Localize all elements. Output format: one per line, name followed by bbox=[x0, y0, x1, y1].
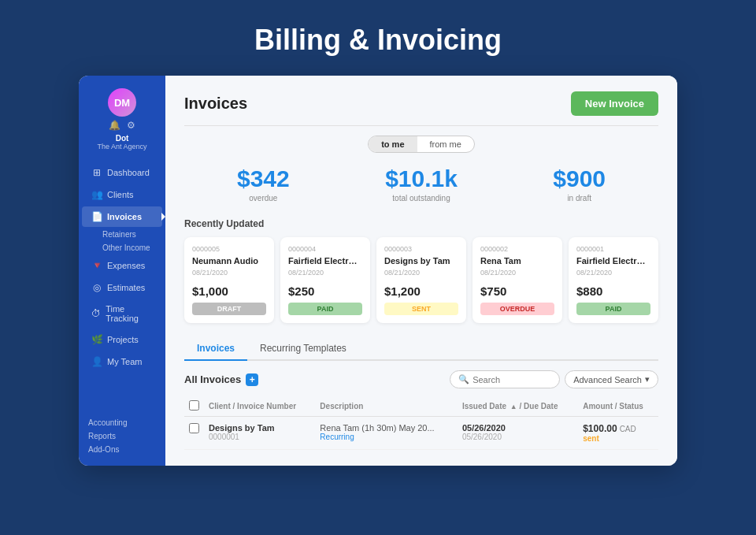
card-date: 08/21/2020 bbox=[384, 269, 458, 277]
invoices-icon: 📄 bbox=[91, 211, 102, 222]
sidebar-item-label: Dashboard bbox=[107, 168, 150, 177]
sidebar-item-time-tracking[interactable]: ⏱ Time Tracking bbox=[82, 299, 162, 328]
card-date: 08/21/2020 bbox=[192, 269, 266, 277]
col-client: Client / Invoice Number bbox=[204, 396, 315, 417]
my-team-icon: 👤 bbox=[91, 356, 102, 367]
sidebar-item-estimates[interactable]: ◎ Estimates bbox=[82, 277, 162, 298]
card-number: 0000005 bbox=[192, 245, 266, 253]
table-row[interactable]: Designs by Tam 0000001 Rena Tam (1h 30m)… bbox=[184, 417, 658, 450]
sidebar-item-my-team[interactable]: 👤 My Team bbox=[82, 351, 162, 372]
card-status: SENT bbox=[384, 303, 458, 315]
sidebar-item-accounting[interactable]: Accounting bbox=[88, 416, 156, 429]
sidebar-sub-retainers[interactable]: Retainers bbox=[79, 228, 165, 241]
row-client-name: Designs by Tam bbox=[209, 423, 310, 433]
toggle-from-me[interactable]: from me bbox=[417, 136, 474, 152]
sidebar-item-label: Projects bbox=[107, 335, 139, 344]
toggle-to-me[interactable]: to me bbox=[369, 136, 417, 152]
card-client: Fairfield Electronics bbox=[288, 256, 362, 266]
clients-icon: 👥 bbox=[91, 189, 102, 200]
card-amount: $1,200 bbox=[384, 284, 458, 298]
row-amount: $100.00 CAD bbox=[583, 423, 654, 434]
stat-outstanding-value: $10.1k bbox=[385, 165, 458, 192]
stat-draft-value: $900 bbox=[553, 165, 606, 192]
sidebar-item-label: My Team bbox=[107, 357, 142, 366]
projects-icon: 🌿 bbox=[91, 334, 102, 345]
sidebar-item-label: Expenses bbox=[107, 261, 145, 270]
agency-name: The Ant Agency bbox=[97, 143, 146, 150]
row-checkbox[interactable] bbox=[189, 423, 199, 433]
advanced-search-button[interactable]: Advanced Search ▾ bbox=[565, 370, 658, 388]
expenses-icon: 🔻 bbox=[91, 260, 102, 271]
sidebar-item-expenses[interactable]: 🔻 Expenses bbox=[82, 255, 162, 276]
estimates-icon: ◎ bbox=[91, 282, 102, 293]
card-number: 0000003 bbox=[384, 245, 458, 253]
invoice-card-3[interactable]: 0000002 Rena Tam 08/21/2020 $750 OVERDUE bbox=[472, 237, 562, 323]
invoice-card-1[interactable]: 0000004 Fairfield Electronics 08/21/2020… bbox=[280, 237, 370, 323]
col-description: Description bbox=[315, 396, 458, 417]
card-status: PAID bbox=[576, 303, 650, 315]
stat-outstanding-label: total outstanding bbox=[392, 194, 450, 202]
issued-date-label: Issued Date bbox=[462, 402, 506, 411]
new-invoice-button[interactable]: New Invoice bbox=[571, 91, 658, 116]
col-issued-date[interactable]: Issued Date ▲ / Due Date bbox=[458, 396, 578, 417]
card-status: OVERDUE bbox=[480, 303, 554, 315]
sidebar-item-reports[interactable]: Reports bbox=[88, 429, 156, 443]
bell-icon[interactable]: 🔔 bbox=[109, 120, 120, 131]
invoice-card-4[interactable]: 0000001 Fairfield Electronics 08/21/2020… bbox=[569, 237, 658, 323]
card-amount: $250 bbox=[288, 284, 362, 298]
card-client: Neumann Audio bbox=[192, 256, 266, 266]
card-client: Designs by Tam bbox=[384, 256, 458, 266]
card-date: 08/21/2020 bbox=[480, 269, 554, 277]
row-issued-date: 05/26/2020 bbox=[462, 423, 573, 433]
row-due-date: 05/26/2020 bbox=[462, 433, 573, 441]
invoice-card-0[interactable]: 0000005 Neumann Audio 08/21/2020 $1,000 … bbox=[184, 237, 274, 323]
sidebar: DM 🔔 ⚙ Dot The Ant Agency ⊞ Dashboard 👥 … bbox=[79, 76, 165, 466]
sidebar-item-label: Invoices bbox=[107, 212, 142, 221]
toggle-tabs: to me from me bbox=[184, 136, 658, 153]
search-input[interactable] bbox=[472, 375, 551, 385]
card-date: 08/21/2020 bbox=[576, 269, 650, 277]
card-number: 0000001 bbox=[576, 245, 650, 253]
sidebar-item-add-ons[interactable]: Add-Ons bbox=[88, 443, 156, 456]
all-invoices-title: All Invoices + bbox=[184, 373, 258, 386]
col-amount-status: Amount / Status bbox=[578, 396, 658, 417]
sidebar-nav: ⊞ Dashboard 👥 Clients 📄 Invoices Retaine… bbox=[79, 162, 165, 373]
card-number: 0000004 bbox=[288, 245, 362, 253]
card-status: DRAFT bbox=[192, 303, 266, 315]
gear-icon[interactable]: ⚙ bbox=[127, 120, 135, 131]
stat-outstanding: $10.1k total outstanding bbox=[343, 165, 501, 202]
card-amount: $750 bbox=[480, 284, 554, 298]
add-invoice-icon[interactable]: + bbox=[246, 373, 258, 386]
search-input-wrap: 🔍 bbox=[450, 370, 560, 388]
sidebar-item-label: Clients bbox=[107, 190, 134, 199]
stat-overdue-label: overdue bbox=[249, 194, 277, 202]
sort-icon: ▲ bbox=[510, 403, 517, 411]
sidebar-item-invoices[interactable]: 📄 Invoices bbox=[82, 206, 162, 227]
tab-recurring[interactable]: Recurring Templates bbox=[247, 337, 359, 361]
user-name: Dot bbox=[116, 134, 129, 143]
stat-draft-label: in draft bbox=[567, 194, 591, 202]
search-row: 🔍 Advanced Search ▾ bbox=[450, 370, 658, 388]
row-currency: CAD bbox=[620, 425, 636, 433]
bottom-tabs: Invoices Recurring Templates bbox=[184, 337, 658, 361]
card-amount: $1,000 bbox=[192, 284, 266, 298]
dashboard-icon: ⊞ bbox=[91, 167, 102, 178]
row-status: sent bbox=[583, 434, 654, 443]
all-invoices-label: All Invoices bbox=[184, 373, 241, 385]
sidebar-item-dashboard[interactable]: ⊞ Dashboard bbox=[82, 162, 162, 183]
row-description: Rena Tam (1h 30m) May 20... bbox=[320, 423, 453, 433]
card-number: 0000002 bbox=[480, 245, 554, 253]
recently-updated-label: Recently Updated bbox=[184, 218, 658, 229]
sidebar-item-label: Time Tracking bbox=[106, 304, 153, 323]
advanced-search-label: Advanced Search bbox=[573, 375, 642, 385]
sidebar-item-clients[interactable]: 👥 Clients bbox=[82, 184, 162, 205]
sidebar-sub-other-income[interactable]: Other Income bbox=[79, 241, 165, 254]
select-all-checkbox[interactable] bbox=[189, 400, 199, 411]
stat-draft: $900 in draft bbox=[500, 165, 658, 202]
invoice-card-2[interactable]: 0000003 Designs by Tam 08/21/2020 $1,200… bbox=[376, 237, 466, 323]
sidebar-item-projects[interactable]: 🌿 Projects bbox=[82, 329, 162, 350]
cards-row: 0000005 Neumann Audio 08/21/2020 $1,000 … bbox=[184, 237, 658, 323]
stat-overdue: $342 overdue bbox=[184, 165, 343, 202]
col-checkbox bbox=[184, 396, 204, 417]
tab-invoices[interactable]: Invoices bbox=[184, 337, 247, 361]
